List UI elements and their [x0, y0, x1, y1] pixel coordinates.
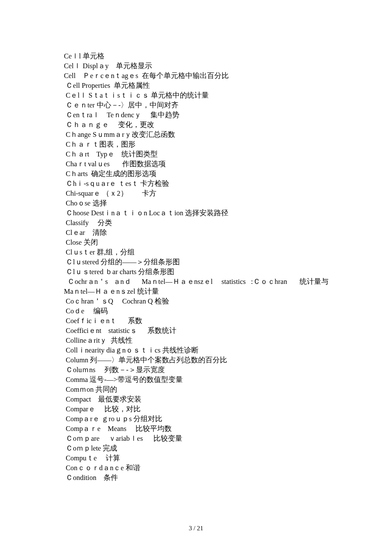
glossary-entry: Ｃｈａｎｇｅ 变化，更改 [64, 120, 330, 130]
glossary-entry: Cell Ｐeｒcｅnｔagｅs 在每个单元格中输出百分比 [64, 71, 330, 81]
glossary-entry: Coefｆicｉｅnｔ 系数 [64, 316, 330, 326]
glossary-entry: Ｃoｍｐare ｖariabｌes 比较变量 [64, 434, 330, 443]
glossary-entry: Clｕsｔer 群,组，分组 [64, 247, 330, 257]
glossary-entry: Ｃondition 条件 [64, 473, 330, 483]
glossary-entry: Collｉnearity diaｇnｏｓｔｉcs 共线性诊断 [64, 345, 330, 355]
glossary-entry: Conｃｏｒdａnｃe 和谐 [64, 463, 330, 473]
glossary-entry: Coｄe 编码 [64, 306, 330, 316]
glossary-entry: Compａｒe Means 比较平均数 [64, 424, 330, 434]
glossary-entry: Cｈange Sｕmmａrｙ改变汇总函数 [64, 130, 330, 139]
glossary-entry: Compact 最低要求安装 [64, 394, 330, 404]
page-number-footer: 3 / 21 [0, 525, 392, 532]
glossary-content: Ceｌl 单元格Celｌ Displａy 单元格显示Cell Ｐeｒcｅnｔag… [64, 51, 330, 483]
glossary-entry: Chaｒt valｕes 作图数据选项 [64, 159, 330, 169]
glossary-entry: Ｃhｉ-sｑuａrｅ ｔesｔ 卡方检验 [64, 179, 330, 188]
glossary-entry: Ｃenｔraｌ Teｎdencｙ 集中趋势 [64, 110, 330, 120]
glossary-entry: Celｌ Displａy 单元格显示 [64, 61, 330, 71]
glossary-entry: Coefficiｅnt statisticｓ 系数统计 [64, 326, 330, 335]
glossary-entry: Close 关闭 [64, 237, 330, 247]
glossary-entry: Comparｅ 比较，对比 [64, 404, 330, 414]
glossary-entry: Ｃhoose Destｉnａｔｉｏn Locａｔion 选择安装路径 [64, 208, 330, 218]
glossary-entry: Cｅlｌ Sｔaｔｉsｔｉｃｓ 单元格中的统计量 [64, 90, 330, 100]
glossary-entry: Ceｌl 单元格 [64, 51, 330, 61]
glossary-entry: Compuｔe 计算 [64, 453, 330, 463]
glossary-entry: Cｈarts 确定生成的图形选项 [64, 169, 330, 179]
glossary-entry: Ｃoｍｐlete 完成 [64, 443, 330, 453]
glossary-entry: Coｃhran＇ｓQ Cochran Q 检验 [64, 296, 330, 306]
glossary-entry: Collineａritｙ 共线性 [64, 335, 330, 345]
glossary-entry: Ｃochrａn＇s ａnｄ Maｎtel—Ｈａｅnszｅl statistics… [64, 277, 330, 296]
glossary-entry: Compａrｅ ｇroｕｐs 分组对比 [64, 414, 330, 424]
glossary-entry: Comｍon 共同的 [64, 384, 330, 394]
glossary-entry: Ｃoluｍns 列数－-＞显示宽度 [64, 365, 330, 375]
glossary-entry: Cｈａrt Typｅ 统计图类型 [64, 149, 330, 159]
document-page: Ceｌl 单元格Celｌ Displａy 单元格显示Cell Ｐeｒcｅnｔag… [0, 0, 392, 555]
glossary-entry: Choｏse 选择 [64, 198, 330, 208]
glossary-entry: Comma 逗号-—>带逗号的数值型变量 [64, 375, 330, 384]
glossary-entry: Cｈａｒｔ图表，图形 [64, 139, 330, 149]
glossary-entry: Column 列——〉单元格中个案数占列总数的百分比 [64, 355, 330, 365]
glossary-entry: Ｃlｕstered 分组的——＞分组条形图 [64, 257, 330, 267]
glossary-entry: Ｃell Properties 单元格属性 [64, 81, 330, 90]
glossary-entry: Clｅar 清除 [64, 228, 330, 237]
glossary-entry: Ｃlｕｓtered ｂar charts 分组条形图 [64, 267, 330, 277]
glossary-entry: Chi-squarｅ （ｘ2） 卡方 [64, 188, 330, 198]
glossary-entry: Classify 分类 [64, 218, 330, 228]
glossary-entry: Ｃｅｎter 中心－-〉居中，中间对齐 [64, 100, 330, 110]
